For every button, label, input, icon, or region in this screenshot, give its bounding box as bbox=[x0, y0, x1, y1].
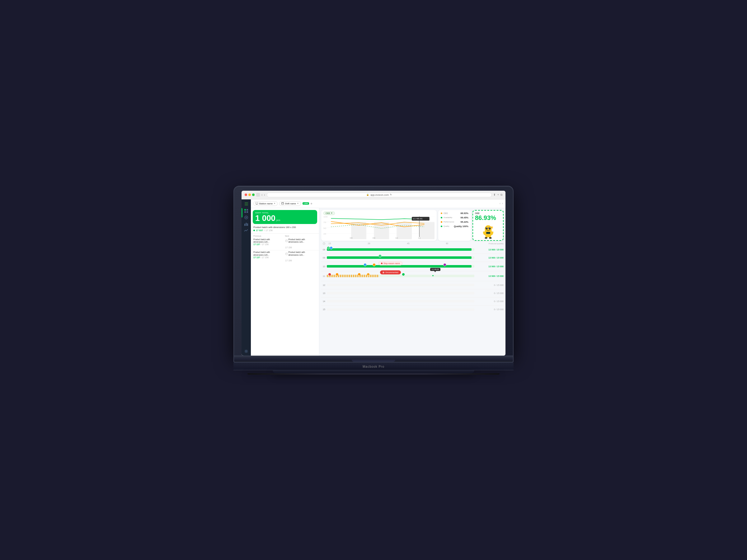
produced-15: 0 / 15 000 bbox=[476, 308, 504, 311]
marker-dot-11f[interactable] bbox=[432, 275, 434, 276]
marker-purple-10c[interactable] bbox=[443, 263, 446, 266]
marker-red-11a[interactable] bbox=[328, 273, 331, 276]
stat-row-availability: Availability 99.45% bbox=[441, 216, 468, 219]
right-area: OEE ▼ bbox=[319, 208, 506, 355]
nav-prev[interactable]: ‹ bbox=[499, 202, 500, 205]
svg-point-39 bbox=[486, 228, 487, 229]
svg-rect-11 bbox=[256, 204, 257, 205]
bar-container-10: i bbox=[327, 265, 474, 268]
hour-label-09: 09 bbox=[321, 257, 327, 259]
batch-prev-2: Product batch withdimensions 120... 17 1… bbox=[253, 251, 285, 259]
bar-fill-10 bbox=[327, 265, 471, 268]
batch-prev-count-2: 17 137 bbox=[253, 256, 260, 259]
prev-next-header: Previous Next bbox=[251, 234, 319, 238]
forward-button[interactable]: › bbox=[264, 193, 265, 196]
batch-next-name-1: Product batch withdimensions 120... bbox=[288, 238, 305, 244]
sidebar-icon-trend[interactable] bbox=[244, 228, 249, 233]
marker-blue-08b[interactable]: i bbox=[330, 246, 333, 249]
stat-performance-label: Performance bbox=[443, 221, 459, 223]
time-tick-15: :15 bbox=[328, 242, 331, 244]
tl-yellow[interactable] bbox=[248, 193, 251, 196]
main-content: Station name ▼ Shift name ▼ LIVE ‹ › bbox=[251, 199, 506, 355]
oee-chart-tag[interactable]: OEE ▼ bbox=[324, 212, 335, 215]
shift-filter-btn[interactable]: Shift name ▼ bbox=[279, 201, 301, 206]
batch-row-1: Product batch withdimensions 120... 17 1… bbox=[251, 238, 319, 251]
nav-next[interactable]: › bbox=[502, 202, 503, 205]
uncommented-text: Uncommented bbox=[385, 271, 398, 273]
sidebar-icon-settings[interactable] bbox=[244, 349, 249, 354]
traffic-lights bbox=[244, 193, 255, 196]
stat-performance-value: 95.44% bbox=[461, 220, 468, 223]
svg-text:50: 50 bbox=[324, 228, 326, 229]
browser-action-share[interactable]: ⬆ bbox=[493, 193, 496, 196]
svg-point-46 bbox=[489, 237, 491, 238]
hour-label-08: 08 bbox=[321, 248, 327, 251]
station-name-label: Station name bbox=[259, 202, 273, 205]
dashboard-body: SHIFT TOTAL 1 000 pcs Product batch with… bbox=[251, 208, 506, 355]
station-chevron: ▼ bbox=[274, 203, 276, 205]
shift-chevron: ▼ bbox=[297, 203, 299, 205]
oee-section: OEE ▼ bbox=[319, 208, 506, 242]
svg-text:75: 75 bbox=[324, 221, 326, 223]
tl-red[interactable] bbox=[244, 193, 247, 196]
uncommented-btn[interactable]: ⚠ Uncommented bbox=[380, 270, 401, 274]
sidebar-icon-dashboard[interactable] bbox=[244, 209, 249, 213]
marker-orange-11b[interactable] bbox=[336, 273, 339, 276]
sidebar-icon-bar-chart[interactable] bbox=[244, 221, 249, 226]
browser-chrome: ‹ › 🔒 app.evocon.com ↻ ⬆ + ⧉ bbox=[241, 191, 506, 199]
tab-icon bbox=[256, 193, 260, 196]
produced-10: 13 900 / 15 000 bbox=[476, 265, 504, 268]
svg-text:11:48:01: 11:48:01 bbox=[413, 218, 423, 219]
marker-blue-10a[interactable]: i bbox=[364, 263, 367, 266]
stop-reason-bubble[interactable]: Stop reason name bbox=[379, 261, 403, 265]
batch-next-1: ↻ Product batch withdimensions 120... 17… bbox=[285, 238, 317, 250]
address-bar[interactable]: 🔒 app.evocon.com ↻ bbox=[267, 193, 492, 197]
svg-text:10: 10 bbox=[395, 237, 398, 239]
bar-container-13 bbox=[327, 292, 474, 294]
sidebar-icon-menu[interactable] bbox=[243, 201, 249, 207]
svg-point-45 bbox=[485, 237, 487, 238]
live-badge: LIVE bbox=[303, 202, 309, 205]
svg-text:08: 08 bbox=[350, 237, 353, 239]
produced-13: 0 / 15 000 bbox=[476, 292, 504, 294]
svg-rect-1 bbox=[247, 209, 248, 211]
green-dot bbox=[253, 230, 255, 231]
timeline-row-08: 08 bbox=[321, 246, 504, 254]
lock-icon: 🔒 bbox=[366, 193, 369, 196]
shift-name-label: Shift name bbox=[285, 202, 296, 205]
screen: ‹ › 🔒 app.evocon.com ↻ ⬆ + ⧉ bbox=[241, 191, 506, 355]
browser-action-tabs[interactable]: ⧉ bbox=[500, 193, 503, 196]
marker-green-11e[interactable] bbox=[402, 273, 405, 276]
batch-prev-1: Product batch withdimensions 120... 17 1… bbox=[253, 238, 285, 246]
tl-green[interactable] bbox=[252, 193, 255, 196]
clock-icon bbox=[323, 242, 325, 245]
sidebar-icon-circle[interactable] bbox=[244, 215, 249, 220]
marker-orange-10b[interactable] bbox=[372, 263, 376, 266]
batch-next-count-1: 17 156 bbox=[285, 246, 292, 248]
laptop-stand bbox=[273, 370, 474, 373]
batch-prev-name-2: Product batch withdimensions 120... bbox=[253, 251, 285, 256]
timestamp-text: 11:48:05 bbox=[432, 268, 439, 270]
marker-green-09[interactable] bbox=[379, 255, 382, 258]
oee-chart-svg: 100 75 50 25 bbox=[324, 216, 435, 239]
oee-tag-label: OEE bbox=[326, 212, 330, 214]
hour-label-12: 12 bbox=[321, 284, 327, 286]
stat-oee-label: OEE bbox=[443, 212, 459, 214]
browser-action-new-tab[interactable]: + bbox=[497, 193, 499, 196]
oee-main-label: OEE bbox=[475, 212, 501, 214]
station-filter-btn[interactable]: Station name ▼ bbox=[253, 201, 278, 206]
marker-orange-11c[interactable] bbox=[358, 273, 361, 276]
hour-label-11: 11 bbox=[321, 275, 327, 277]
bar-container-12 bbox=[327, 284, 474, 286]
marker-orange-11d[interactable] bbox=[367, 273, 370, 276]
svg-rect-0 bbox=[244, 209, 246, 211]
svg-text:11: 11 bbox=[418, 237, 421, 239]
laptop-macbook-label-bar: Macbook Pro bbox=[233, 363, 514, 370]
stat-oee-value: 86.93% bbox=[461, 212, 468, 215]
oee-main-value: 86.93% bbox=[475, 214, 501, 221]
timeline-row-13: 13 0 / 15 000 bbox=[321, 289, 504, 297]
back-button[interactable]: ‹ bbox=[261, 193, 262, 196]
bar-container-11: ⚠ Uncommented 11:48:05 bbox=[327, 275, 474, 277]
shift-count-total: 17 156 bbox=[265, 229, 273, 232]
timeline-row-10: 10 i bbox=[321, 262, 504, 271]
